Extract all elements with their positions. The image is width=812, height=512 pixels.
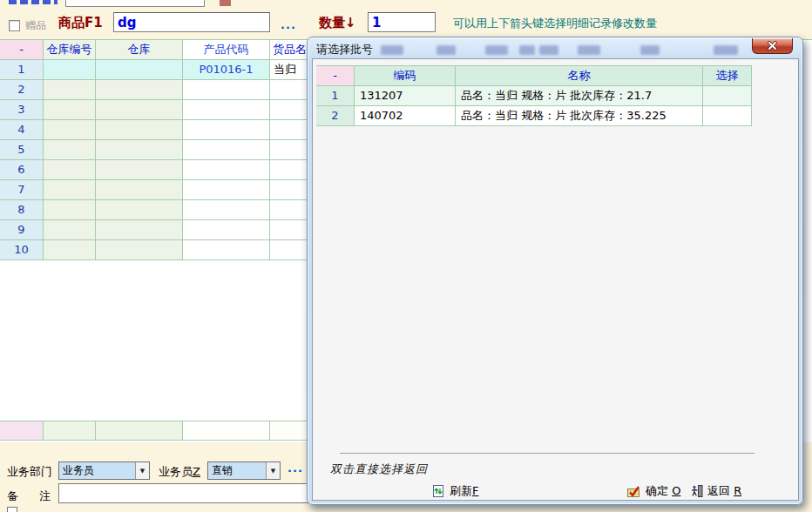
- product-more-button[interactable]: ...: [281, 18, 296, 31]
- remark-label: 备注: [7, 488, 51, 504]
- cell[interactable]: [44, 180, 96, 200]
- main-column-header: 仓库: [96, 40, 183, 60]
- quantity-label: 数量↓: [319, 15, 356, 31]
- cell[interactable]: [96, 80, 183, 100]
- cell[interactable]: [183, 120, 270, 140]
- clipped-input-fragment[interactable]: [65, 0, 205, 7]
- batch-row[interactable]: 2140702品名：当归 规格：片 批次库存：35.225: [316, 106, 752, 126]
- ok-check-icon: [626, 484, 641, 498]
- cell[interactable]: [44, 240, 96, 260]
- cell[interactable]: [44, 60, 96, 80]
- cell[interactable]: [703, 86, 752, 106]
- department-label: 业务部门: [7, 464, 52, 480]
- cell[interactable]: [183, 140, 270, 160]
- cell[interactable]: [96, 60, 183, 80]
- refresh-button-label: 刷新F: [450, 483, 478, 499]
- cell[interactable]: [96, 120, 183, 140]
- app-window: ... 赠品 商品F1 ... 数量↓ 可以用上下箭头键选择明细记录修改数量 -…: [0, 0, 812, 512]
- cell[interactable]: [96, 240, 183, 260]
- cell[interactable]: 品名：当归 规格：片 批次库存：35.225: [456, 106, 703, 126]
- cell[interactable]: 7: [0, 180, 44, 200]
- cell[interactable]: 8: [0, 200, 44, 220]
- dropdown-arrow-icon[interactable]: ▼: [135, 462, 149, 479]
- cell[interactable]: 3: [0, 100, 44, 120]
- ok-button-label: 确定 O: [646, 483, 680, 499]
- cell[interactable]: [183, 240, 270, 260]
- close-button[interactable]: [752, 38, 793, 54]
- gift-checkbox-group: 赠品: [9, 18, 46, 33]
- cell[interactable]: [183, 180, 270, 200]
- title-ghost-text: [578, 45, 600, 55]
- main-column-header: -: [0, 40, 44, 60]
- department-select[interactable]: 业务员 ▼: [58, 461, 150, 480]
- cell[interactable]: [96, 160, 183, 180]
- cell[interactable]: [44, 220, 96, 240]
- cell[interactable]: [44, 120, 96, 140]
- cell[interactable]: [183, 220, 270, 240]
- back-button[interactable]: 返回 R: [690, 482, 741, 500]
- cell[interactable]: [703, 106, 752, 126]
- cell[interactable]: [44, 160, 96, 180]
- cell[interactable]: 4: [0, 120, 44, 140]
- batch-column-header: 名称: [456, 66, 703, 86]
- cell[interactable]: [96, 100, 183, 120]
- cell[interactable]: [96, 220, 183, 240]
- product-input[interactable]: [113, 12, 270, 32]
- batch-table: -编码名称选择 1131207品名：当归 规格：片 批次库存：21.721407…: [316, 65, 752, 126]
- cell[interactable]: [96, 180, 183, 200]
- product-label: 商品F1: [58, 15, 103, 31]
- department-value: 业务员: [59, 463, 135, 478]
- title-ghost-text: [436, 45, 456, 55]
- cell[interactable]: P01016-1: [183, 60, 270, 80]
- salesman-more-button[interactable]: ...: [288, 461, 303, 475]
- double-click-hint: 双击直接选择返回: [330, 461, 428, 477]
- top-form-bar: ... 赠品 商品F1 ... 数量↓ 可以用上下箭头键选择明细记录修改数量: [0, 0, 812, 39]
- cell[interactable]: [96, 200, 183, 220]
- refresh-button[interactable]: 刷新F: [431, 482, 478, 500]
- dialog-title: 请选择批号: [316, 42, 373, 57]
- cell[interactable]: 10: [0, 240, 44, 260]
- cell[interactable]: 140702: [355, 106, 456, 126]
- salesman-value: 直销: [208, 463, 266, 478]
- cell[interactable]: [44, 140, 96, 160]
- cell[interactable]: [183, 200, 270, 220]
- cell[interactable]: 2: [0, 80, 44, 100]
- cell[interactable]: 2: [316, 106, 355, 126]
- exit-door-icon: [690, 484, 703, 498]
- cell[interactable]: 5: [0, 140, 44, 160]
- cell[interactable]: 1: [0, 60, 44, 80]
- dropdown-arrow-icon[interactable]: ▼: [266, 462, 280, 479]
- gift-checkbox[interactable]: [9, 20, 20, 31]
- batch-column-header: -: [316, 66, 355, 86]
- batch-table-header: -编码名称选择: [316, 65, 752, 86]
- clipped-widget-fragment: [7, 507, 17, 512]
- title-ghost-text: [640, 45, 660, 55]
- refresh-icon: [431, 484, 445, 498]
- ok-button[interactable]: 确定 O: [626, 482, 680, 500]
- cell[interactable]: 9: [0, 220, 44, 240]
- clipped-dots-fragment: ...: [207, 0, 220, 5]
- cell[interactable]: [183, 100, 270, 120]
- clipped-label-fragment: [9, 0, 58, 4]
- cell[interactable]: [44, 80, 96, 100]
- cell[interactable]: [183, 80, 270, 100]
- quantity-input[interactable]: [368, 12, 436, 32]
- cell[interactable]: 131207: [355, 86, 456, 106]
- arrow-keys-hint: 可以用上下箭头键选择明细记录修改数量: [453, 16, 657, 31]
- cell[interactable]: [183, 160, 270, 180]
- cell[interactable]: [44, 100, 96, 120]
- main-column-header: 仓库编号: [44, 40, 96, 60]
- batch-row[interactable]: 1131207品名：当归 规格：片 批次库存：21.7: [316, 86, 752, 106]
- clipped-red-fragment: [220, 0, 231, 6]
- cell[interactable]: [44, 200, 96, 220]
- batch-select-dialog: 请选择批号 -编码名称选择 1131207品名：当归 规格：片 批次库存：21.…: [307, 37, 803, 505]
- cell[interactable]: [96, 140, 183, 160]
- cell[interactable]: 品名：当归 规格：片 批次库存：21.7: [456, 86, 703, 106]
- batch-table-body: 1131207品名：当归 规格：片 批次库存：21.72140702品名：当归 …: [316, 86, 752, 126]
- cell[interactable]: 6: [0, 160, 44, 180]
- title-ghost-text: [519, 45, 535, 55]
- footer-cell: [44, 421, 96, 441]
- cell[interactable]: 1: [316, 86, 355, 106]
- footer-cell: [96, 421, 183, 441]
- salesman-select[interactable]: 直销 ▼: [207, 461, 281, 480]
